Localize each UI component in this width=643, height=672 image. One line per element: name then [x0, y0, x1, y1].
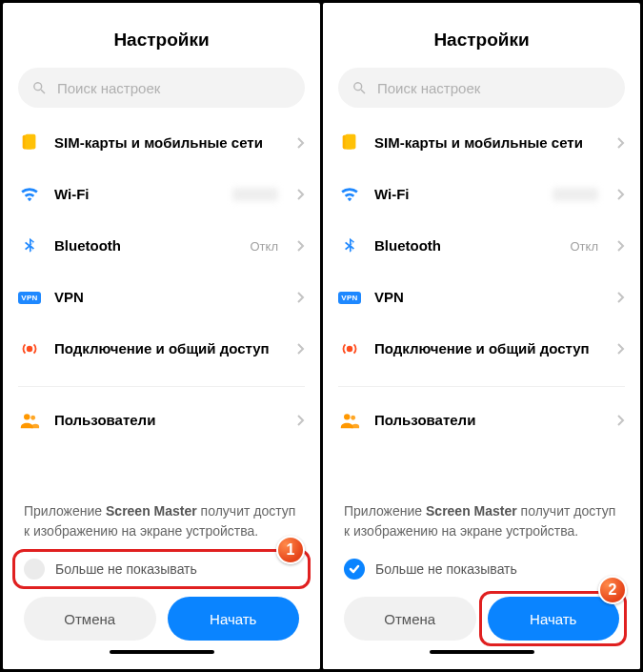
- search-placeholder: Поиск настроек: [377, 80, 480, 96]
- row-value: Откл: [251, 239, 279, 254]
- start-button[interactable]: Начать: [488, 597, 620, 641]
- row-users[interactable]: Пользователи: [18, 395, 305, 446]
- svg-point-2: [28, 347, 32, 352]
- page-title: Настройки: [3, 3, 320, 68]
- row-sim[interactable]: SIM-карты и мобильные сети: [18, 117, 305, 169]
- row-label: Wi-Fi: [54, 185, 219, 204]
- page-title: Настройки: [323, 3, 640, 68]
- row-bluetooth[interactable]: Bluetooth Откл: [338, 220, 625, 272]
- row-wifi[interactable]: Wi-Fi: [338, 169, 625, 220]
- row-label: Bluetooth: [374, 236, 557, 255]
- chevron-right-icon: [617, 240, 625, 252]
- home-indicator[interactable]: [430, 650, 534, 654]
- search-icon: [352, 80, 368, 96]
- dont-show-row[interactable]: Больше не показывать 1: [24, 559, 299, 580]
- dont-show-row[interactable]: Больше не показывать: [344, 559, 619, 580]
- wifi-icon: [18, 183, 41, 206]
- divider: [18, 386, 305, 387]
- search-input[interactable]: Поиск настроек: [18, 68, 305, 108]
- phone-right: Настройки Поиск настроек SIM-карты и моб…: [323, 3, 640, 669]
- permission-dialog: Приложение Screen Master получит доступ …: [323, 484, 640, 669]
- row-bluetooth[interactable]: Bluetooth Откл: [18, 220, 305, 272]
- dont-show-label: Больше не показывать: [375, 561, 517, 577]
- row-label: Пользователи: [374, 411, 604, 430]
- svg-rect-6: [345, 134, 355, 150]
- wifi-icon: [338, 183, 361, 206]
- sim-icon: [18, 132, 41, 154]
- checkbox-unchecked[interactable]: [24, 559, 45, 580]
- sim-icon: [338, 132, 361, 154]
- row-sim[interactable]: SIM-карты и мобильные сети: [338, 117, 625, 169]
- row-label: Пользователи: [54, 411, 284, 430]
- row-label: Bluetooth: [54, 236, 237, 255]
- cancel-button[interactable]: Отмена: [344, 597, 476, 641]
- dont-show-label: Больше не показывать: [55, 561, 197, 577]
- row-tethering[interactable]: Подключение и общий доступ: [18, 323, 305, 375]
- svg-rect-1: [25, 134, 35, 150]
- row-tethering[interactable]: Подключение и общий доступ: [338, 323, 625, 375]
- row-users[interactable]: Пользователи: [338, 395, 625, 446]
- svg-point-8: [344, 414, 350, 419]
- chevron-right-icon: [617, 292, 625, 303]
- tether-icon: [18, 337, 41, 360]
- vpn-icon: VPN: [18, 286, 41, 309]
- svg-point-9: [351, 416, 355, 420]
- bluetooth-icon: [338, 234, 361, 257]
- chevron-right-icon: [617, 415, 625, 426]
- search-icon: [31, 80, 48, 96]
- start-button[interactable]: Начать: [168, 597, 300, 641]
- dialog-message: Приложение Screen Master получит доступ …: [344, 501, 619, 541]
- row-vpn[interactable]: VPN VPN: [338, 272, 625, 323]
- chevron-right-icon: [297, 189, 305, 200]
- divider: [338, 386, 625, 387]
- bluetooth-icon: [18, 234, 41, 257]
- wifi-value-blurred: [232, 188, 278, 201]
- row-label: SIM-карты и мобильные сети: [374, 133, 604, 153]
- search-input[interactable]: Поиск настроек: [338, 68, 625, 108]
- row-vpn[interactable]: VPN VPN: [18, 272, 305, 323]
- checkbox-checked[interactable]: [344, 559, 365, 580]
- vpn-icon: VPN: [338, 286, 361, 309]
- svg-point-3: [24, 414, 30, 419]
- phone-left: Настройки Поиск настроек SIM-карты и моб…: [3, 3, 320, 669]
- row-wifi[interactable]: Wi-Fi: [18, 169, 305, 220]
- dialog-message: Приложение Screen Master получит доступ …: [24, 501, 299, 541]
- chevron-right-icon: [297, 292, 305, 303]
- row-value: Откл: [571, 239, 599, 254]
- row-label: Подключение и общий доступ: [54, 339, 284, 358]
- dialog-buttons: Отмена Начать: [24, 597, 299, 641]
- users-icon: [338, 409, 361, 432]
- chevron-right-icon: [297, 137, 305, 149]
- row-label: Подключение и общий доступ: [374, 339, 604, 358]
- svg-point-4: [30, 416, 35, 420]
- users-icon: [18, 409, 41, 432]
- row-label: SIM-карты и мобильные сети: [54, 133, 284, 153]
- cancel-button[interactable]: Отмена: [24, 597, 156, 641]
- chevron-right-icon: [617, 343, 625, 355]
- chevron-right-icon: [297, 240, 305, 252]
- permission-dialog: Приложение Screen Master получит доступ …: [3, 484, 320, 669]
- chevron-right-icon: [297, 343, 305, 355]
- row-label: Wi-Fi: [374, 185, 539, 204]
- dialog-buttons: Отмена Начать 2: [344, 597, 619, 641]
- row-label: VPN: [374, 288, 604, 307]
- row-label: VPN: [54, 288, 284, 307]
- tether-icon: [338, 337, 361, 360]
- chevron-right-icon: [617, 189, 625, 200]
- search-placeholder: Поиск настроек: [57, 80, 160, 96]
- home-indicator[interactable]: [110, 650, 214, 654]
- chevron-right-icon: [617, 137, 625, 149]
- wifi-value-blurred: [553, 188, 598, 201]
- svg-point-7: [348, 347, 352, 352]
- chevron-right-icon: [297, 415, 305, 426]
